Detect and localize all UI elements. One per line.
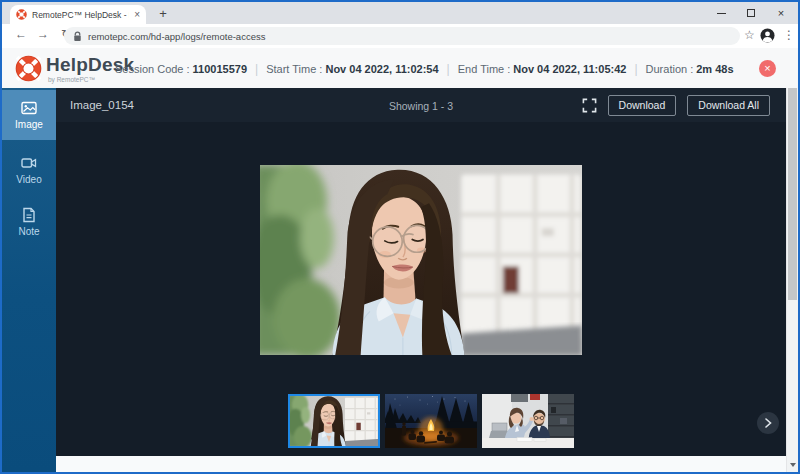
close-session-button[interactable]: ×: [759, 60, 776, 77]
helpdesk-favicon-icon: [16, 9, 27, 20]
thumbnail-strip: [288, 394, 574, 448]
session-code-value: 110015579: [193, 63, 247, 75]
thumbnail-campfire[interactable]: [385, 394, 477, 448]
image-viewer: Image_0154 Showing 1 - 3 Download Downlo…: [56, 88, 786, 456]
sidebar-item-note[interactable]: Note: [2, 202, 56, 242]
browser-tab[interactable]: RemotePC™ HelpDesk - Remote ×: [10, 5, 146, 24]
address-bar[interactable]: remotepc.com/hd-app/logs/remote-access: [64, 27, 740, 45]
fullscreen-icon[interactable]: [582, 98, 597, 113]
end-time-label: End Time :: [458, 63, 511, 75]
url-text: remotepc.com/hd-app/logs/remote-access: [88, 31, 265, 42]
padlock-icon: [73, 31, 82, 42]
page-bottom-strip: [56, 456, 786, 472]
minimize-button[interactable]: [706, 2, 736, 24]
profile-avatar[interactable]: [760, 28, 775, 43]
browser-window: RemotePC™ HelpDesk - Remote × + × ← → ↻ …: [0, 0, 800, 474]
download-button[interactable]: Download: [608, 95, 677, 116]
thumbnail-woman-selected[interactable]: [288, 394, 380, 448]
video-icon: [21, 155, 37, 171]
sidebar-item-video[interactable]: Video: [2, 150, 56, 190]
sidebar: Image Video Note: [2, 88, 56, 472]
maximize-button[interactable]: [736, 2, 766, 24]
sidebar-item-label: Image: [15, 119, 43, 130]
scrollbar[interactable]: [786, 88, 798, 472]
scroll-down-arrow[interactable]: [787, 460, 798, 470]
close-window-button[interactable]: ×: [766, 2, 796, 24]
duration-value: 2m 48s: [696, 63, 733, 75]
separator: |: [447, 62, 450, 76]
sidebar-item-image[interactable]: Image: [2, 90, 56, 140]
sidebar-item-label: Video: [16, 174, 41, 185]
note-icon: [21, 207, 37, 223]
chevron-right-icon: [764, 418, 772, 428]
start-time-value: Nov 04 2022, 11:02:54: [325, 63, 438, 75]
next-button[interactable]: [757, 412, 779, 434]
window-controls: ×: [706, 2, 796, 24]
end-time-value: Nov 04 2022, 11:05:42: [513, 63, 626, 75]
back-icon[interactable]: ←: [12, 27, 30, 41]
duration-label: Duration :: [646, 63, 694, 75]
bookmark-star-icon[interactable]: ☆: [744, 28, 755, 42]
start-time-label: Start Time :: [266, 63, 322, 75]
main-image: [260, 165, 582, 355]
helpdesk-header: HelpDesk by RemotePC™ Session Code : 110…: [2, 48, 798, 90]
sidebar-item-label: Note: [18, 226, 39, 237]
tab-close-icon[interactable]: ×: [134, 10, 140, 20]
session-code-label: Session Code :: [115, 63, 190, 75]
viewer-toolbar: Image_0154 Showing 1 - 3 Download Downlo…: [56, 88, 786, 122]
download-all-button[interactable]: Download All: [687, 95, 770, 116]
image-icon: [21, 100, 37, 116]
session-info: Session Code : 110015579 | Start Time : …: [115, 48, 734, 90]
thumbnail-office[interactable]: [482, 394, 574, 448]
separator: |: [634, 62, 637, 76]
helpdesk-logo-icon: [15, 55, 42, 82]
browser-toolbar: ← → ↻ remotepc.com/hd-app/logs/remote-ac…: [2, 24, 798, 48]
tab-title: RemotePC™ HelpDesk - Remote: [32, 10, 129, 20]
tab-strip: RemotePC™ HelpDesk - Remote × + ×: [2, 2, 798, 24]
scrollbar-thumb[interactable]: [788, 88, 797, 300]
separator: |: [255, 62, 258, 76]
browser-menu-icon[interactable]: ⋮: [783, 28, 795, 42]
forward-icon[interactable]: →: [34, 27, 52, 41]
close-icon: ×: [764, 63, 770, 74]
new-tab-button[interactable]: +: [154, 4, 172, 22]
